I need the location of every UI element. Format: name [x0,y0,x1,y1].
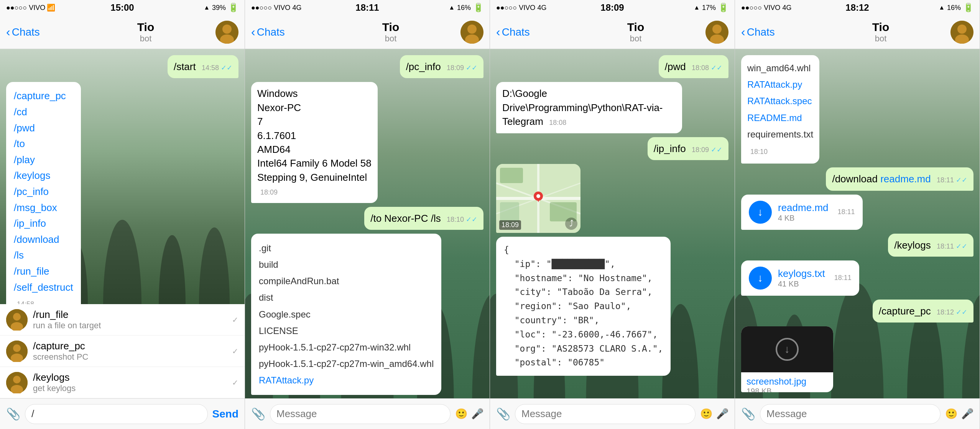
screenshot-filesize: 198 KB [747,387,828,392]
sticker-icon-3[interactable]: 🙂 [700,408,712,420]
conv-item-keylogs[interactable]: /keylogs get keylogs ✓ [0,367,245,398]
map-share-icon[interactable]: ⤴ [565,218,577,230]
conv-preview-2: screenshot PC [33,352,227,362]
message-input-1[interactable] [25,404,208,424]
chat-scroll-3[interactable]: /pwd 18:08 ✓✓ D:\Google Drive\Programmin… [490,49,735,398]
message-input-4[interactable] [760,404,941,424]
back-button-3[interactable]: ‹ Chats [496,25,566,39]
status-bar-2: ●●○○○ VIVO 4G 18:11 ▲ 16% 🔋 [245,0,490,15]
nav-bar-4: ‹ Chats Tio bot [735,15,980,49]
chat-area-1: /start 14:58 ✓✓ /capture_pc /cd /pwd /to… [0,49,245,304]
input-bar-3: 📎 🙂 🎤 [490,398,735,429]
svg-rect-23 [500,168,523,183]
avatar-3[interactable] [705,21,728,44]
conv-info-2: /capture_pc screenshot PC [33,340,227,362]
conv-item-run-file[interactable]: /run_file run a file on target ✓ [0,304,245,336]
msg-capture-pc: /capture_pc 18:12 ✓✓ [873,300,973,323]
cmd-download: /download [14,232,73,248]
pc-info-line-5: AMD64 [257,142,372,156]
nav-subtitle-2: bot [385,34,397,44]
attach-icon-4[interactable]: 📎 [741,407,755,421]
msg-ip-info-text: /ip_info [654,143,686,154]
sticker-icon-4[interactable]: 🙂 [945,408,957,420]
cmd-ip-info: /ip_info [14,216,73,232]
cmd-run-file: /run_file [14,264,73,280]
avatar-4[interactable] [950,21,973,44]
download-name-1: readme.md [778,202,829,214]
screenshot-filename: screenshot.jpg [747,376,828,387]
chat-scroll-4[interactable]: win_amd64.whl RATAttack.py RATAttack.spe… [735,49,980,398]
download-icon-2: ↓ [749,267,772,290]
msg-download-link: readme.md [880,173,931,185]
wifi-icon-1: 📶 [47,3,55,12]
status-left-3: ●●○○○ VIVO 4G [496,4,546,12]
download-size-2: 41 KB [778,280,825,288]
nav-title-2: Tio [382,21,399,34]
pc-info-line-1: Windows [257,87,372,100]
file-winamd: win_amd64.whl [747,60,813,76]
status-left-2: ●●○○○ VIVO 4G [251,4,301,12]
screenshot-bubble[interactable]: ↓ screenshot.jpg 198 KB 18:12 [741,326,833,392]
message-input-2[interactable] [270,404,451,424]
battery-3: 17% [702,4,716,12]
attach-icon-1[interactable]: 📎 [6,407,20,421]
battery-2: 16% [457,4,471,12]
back-button-1[interactable]: ‹ Chats [6,25,76,39]
send-button-1[interactable]: Send [212,408,238,420]
msg-pc-info-response: Windows Nexor-PC 7 6.1.7601 AMD64 Intel6… [251,82,378,203]
msg-keylogs-time: 18:11 ✓✓ [937,242,967,251]
mic-icon-2[interactable]: 🎤 [471,408,483,420]
conv-item-capture-pc[interactable]: /capture_pc screenshot PC ✓ [0,336,245,367]
download-size-1: 4 KB [778,214,829,223]
json-postal: "postal": "06785" [504,355,663,370]
download-keylogs-bubble[interactable]: ↓ keylogs.txt 41 KB 18:11 [741,260,859,296]
message-input-3[interactable] [515,404,696,424]
conv-tick-2: ✓ [232,347,238,356]
time-4: 18:12 [845,2,869,13]
sticker-icon-2[interactable]: 🙂 [455,408,467,420]
download-readme-bubble[interactable]: ↓ readme.md 4 KB 18:11 [741,195,863,230]
back-label-3[interactable]: Chats [502,26,530,38]
input-bar-1: 📎 Send [0,398,245,429]
attach-icon-2[interactable]: 📎 [251,407,265,421]
msg-capture-text: /capture_pc [879,305,931,317]
file-bat: compileAndRun.bat [259,273,434,289]
chat-scroll-2[interactable]: /pc_info 18:09 ✓✓ Windows Nexor-PC 7 6.1… [245,49,490,398]
json-org: "org": "AS28573 CLARO S.A.", [504,342,663,356]
attach-icon-3[interactable]: 📎 [496,407,510,421]
map-bubble[interactable]: 18:09 ⤴ [496,164,580,233]
msg-ip-info: /ip_info 18:09 ✓✓ [648,137,728,160]
conv-name-1: /run_file [33,309,227,321]
panel-3: ●●○○○ VIVO 4G 18:09 ▲ 17% 🔋 ‹ Chats Tio … [490,0,735,429]
avatar-2[interactable] [460,21,483,44]
back-button-4[interactable]: ‹ Chats [741,25,811,39]
avatar-1[interactable] [215,21,238,44]
download-info-1: readme.md 4 KB [778,202,829,223]
conv-list-1: /run_file run a file on target ✓ /captur… [0,304,245,398]
file-pyhook-32: pyHook-1.5.1-cp27-cp27m-win32.whl [259,339,434,355]
chat-scroll-1[interactable]: /start 14:58 ✓✓ /capture_pc /cd /pwd /to… [0,49,245,304]
chat-area-3: /pwd 18:08 ✓✓ D:\Google Drive\Programmin… [490,49,735,398]
svg-point-10 [13,376,21,383]
conv-name-2: /capture_pc [33,340,227,352]
nav-subtitle-1: bot [140,34,152,44]
conv-preview-3: get keylogs [33,383,227,393]
svg-point-13 [467,25,477,34]
pc-info-line-7: Stepping 9, GenuineIntel [257,170,372,184]
msg-pc-info-text: /pc_info [406,61,441,72]
status-left-4: ●●○○○ VIVO 4G [741,4,791,12]
back-label-4[interactable]: Chats [747,26,775,38]
carrier-3: ●●○○○ VIVO 4G [496,4,546,12]
mic-icon-4[interactable]: 🎤 [961,408,973,420]
conv-info-3: /keylogs get keylogs [33,372,227,393]
back-button-2[interactable]: ‹ Chats [251,25,321,39]
cmd-keylogs: /keylogs [14,168,73,184]
chevron-left-icon-1: ‹ [6,25,10,39]
nav-subtitle-4: bot [875,34,887,44]
back-label-1[interactable]: Chats [12,26,40,38]
nav-bar-3: ‹ Chats Tio bot [490,15,735,49]
msg-download-readme: /download readme.md 18:11 ✓✓ [826,167,973,190]
conv-tick-1: ✓ [232,315,238,324]
mic-icon-3[interactable]: 🎤 [716,408,728,420]
back-label-2[interactable]: Chats [257,26,285,38]
